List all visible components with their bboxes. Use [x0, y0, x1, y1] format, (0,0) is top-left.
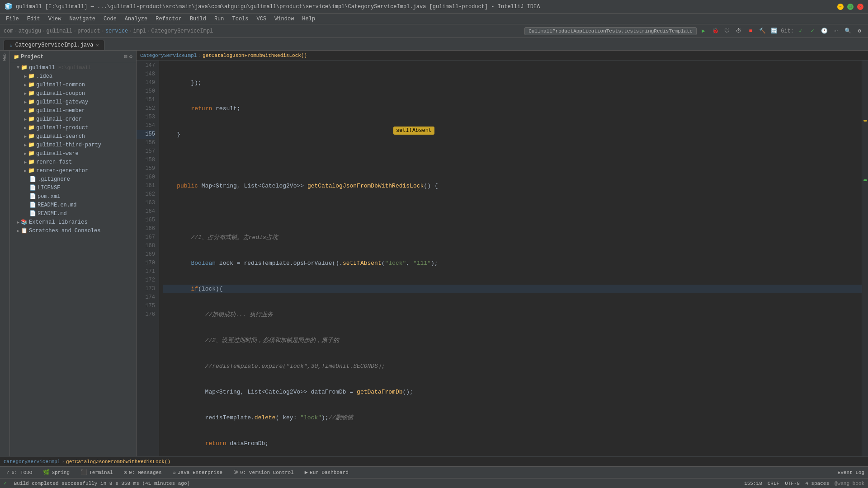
bottom-tab-run-dashboard[interactable]: ▶ Run Dashboard [302, 468, 351, 477]
bottom-tab-spring[interactable]: 🌿 Spring [40, 468, 72, 477]
menu-refactor[interactable]: Refactor [152, 15, 185, 23]
menu-run[interactable]: Run [211, 15, 228, 23]
item-label: gulimall [29, 65, 55, 71]
line-num-166: 166 [137, 225, 155, 233]
sidebar-item-renren-generator[interactable]: ▶ 📁 renren-generator [10, 166, 136, 175]
close-button[interactable]: ✕ [857, 4, 863, 10]
breadcrumb-com[interactable]: com [4, 28, 14, 34]
breadcrumb-atguigu[interactable]: atguigu [19, 28, 41, 34]
menu-analyze[interactable]: Analyze [121, 15, 151, 23]
menu-vcs[interactable]: VCS [253, 15, 270, 23]
run-config-selector[interactable]: GulimallProductApplicationTests.teststri… [524, 27, 697, 35]
sidebar-item-gulimall-order[interactable]: ▶ 📁 gulimall-order [10, 115, 136, 123]
menu-window[interactable]: Window [271, 15, 297, 23]
item-label: README.en.md [38, 202, 76, 208]
menu-navigate[interactable]: Navigate [66, 15, 99, 23]
menu-tools[interactable]: Tools [229, 15, 252, 23]
item-label: pom.xml [38, 193, 60, 200]
event-log-label[interactable]: Event Log [838, 470, 864, 475]
sidebar-item-license[interactable]: 📄 LICENSE [10, 183, 136, 192]
line-num-162: 162 [137, 190, 155, 199]
sidebar-item-gulimall-product[interactable]: ▶ 📁 gulimall-product [10, 123, 136, 132]
menu-build[interactable]: Build [186, 15, 210, 23]
breadcrumb-gulimall[interactable]: gulimall [46, 28, 72, 34]
profile-button[interactable]: ⏱ [734, 26, 744, 36]
expand-arrow: ▶ [24, 91, 27, 96]
line-num-171: 171 [137, 267, 155, 276]
encoding[interactable]: UTF-8 [785, 481, 800, 486]
sidebar-item-gulimall-coupon[interactable]: ▶ 📁 gulimall-coupon [10, 89, 136, 98]
title-bar-controls: − □ ✕ [837, 4, 863, 10]
breadcrumb-impl[interactable]: impl [133, 28, 146, 34]
indent[interactable]: 4 spaces [805, 481, 829, 486]
sidebar-item-gulimall-member[interactable]: ▶ 📁 gulimall-member [10, 106, 136, 115]
folder-icon: 📁 [28, 167, 35, 174]
sidebar-item-gulimall-common[interactable]: ▶ 📁 gulimall-common [10, 80, 136, 89]
menu-edit[interactable]: Edit [24, 15, 44, 23]
scroll-marker-current [863, 179, 867, 181]
sidebar-item-gulimall-third-party[interactable]: ▶ 📁 gulimall-third-party [10, 141, 136, 149]
sidebar-item-readme-en[interactable]: 📄 README.en.md [10, 201, 136, 209]
position[interactable]: 155:18 [744, 481, 762, 486]
right-scrollbar[interactable] [862, 61, 868, 456]
sidebar-item-gulimall-gateway[interactable]: ▶ 📁 gulimall-gateway [10, 98, 136, 106]
code-editor[interactable]: }); return result; } public Map<String, … [159, 61, 862, 456]
run-with-coverage[interactable]: 🛡 [722, 26, 732, 36]
sidebar-settings-btn[interactable]: ⚙ [129, 53, 132, 60]
bottom-tab-terminal[interactable]: ⬛ Terminal [78, 468, 116, 477]
bottom-tab-java-enterprise[interactable]: ☕ Java Enterprise [170, 468, 225, 477]
line-num-169: 169 [137, 250, 155, 259]
file-icon: 📄 [29, 176, 36, 183]
code-line-152 [163, 207, 862, 216]
folder-icon: 📁 [28, 150, 35, 157]
stop-button[interactable]: ■ [745, 26, 755, 36]
run-button[interactable]: ▶ [698, 26, 708, 36]
debug-button[interactable]: 🐞 [710, 26, 720, 36]
breadcrumb-service[interactable]: service [105, 28, 128, 34]
breadcrumb-product[interactable]: product [77, 28, 100, 34]
folder-icon: 📁 [28, 107, 35, 114]
line-num-154: 154 [137, 122, 155, 130]
build-button[interactable]: 🔨 [757, 26, 767, 36]
sidebar-item-idea[interactable]: ▶ 📁 .idea [10, 72, 136, 80]
sidebar-item-gulimall-ware[interactable]: ▶ 📁 gulimall-ware [10, 149, 136, 158]
folder-icon: 📁 [28, 116, 35, 122]
bottom-tab-bar: ✓ 6: TODO 🌿 Spring ⬛ Terminal ✉ 0: Messa… [0, 466, 868, 478]
sidebar-item-pom[interactable]: 📄 pom.xml [10, 192, 136, 201]
git-check[interactable]: ✓ [796, 26, 806, 36]
settings-button[interactable]: ⚙ [854, 26, 864, 36]
sync-button[interactable]: 🔄 [769, 26, 779, 36]
tab-close-button[interactable]: ✕ [96, 42, 99, 48]
search-everywhere[interactable]: 🔍 [843, 26, 853, 36]
menu-file[interactable]: File [2, 15, 23, 23]
line-num-150: 150 [137, 87, 155, 96]
sidebar-item-gulimall[interactable]: ▼ 📁 gulimall F:\gulimall [10, 63, 136, 72]
minimize-button[interactable]: − [837, 4, 844, 10]
sidebar-collapse-btn[interactable]: ⊟ [124, 53, 127, 60]
sidebar-item-scratches[interactable]: ▶ 📋 Scratches and Consoles [10, 226, 136, 235]
sidebar-item-renren-fast[interactable]: ▶ 📁 renren-fast [10, 158, 136, 166]
messages-label: 0: Messages [129, 470, 162, 475]
maximize-button[interactable]: □ [847, 4, 854, 10]
line-num-147: 147 [137, 61, 155, 70]
item-label: gulimall-search [36, 133, 85, 140]
bottom-tab-version-control[interactable]: ⑨ 9: Version Control [231, 468, 297, 477]
breadcrumb-categoryserviceimpl[interactable]: CategoryServiceImpl [151, 28, 213, 34]
bottom-tab-messages[interactable]: ✉ 0: Messages [121, 468, 165, 477]
sidebar-item-gulimall-search[interactable]: ▶ 📁 gulimall-search [10, 132, 136, 141]
menu-help[interactable]: Help [298, 15, 319, 23]
tab-categoryserviceimpl[interactable]: ☕ CategoryServiceImpl.java ✕ [4, 40, 104, 50]
line-sep[interactable]: CRLF [768, 481, 779, 486]
line-num-167: 167 [137, 233, 155, 242]
sidebar-item-external-libraries[interactable]: ▶ 📚 External Libraries [10, 218, 136, 226]
menu-code[interactable]: Code [100, 15, 120, 23]
menu-view[interactable]: View [45, 15, 65, 23]
sidebar-item-readme[interactable]: 📄 README.md [10, 209, 136, 218]
sidebar-item-gitignore[interactable]: 📄 .gitignore [10, 175, 136, 183]
bottom-tab-todo[interactable]: ✓ 6: TODO [4, 468, 35, 477]
git-clock[interactable]: 🕐 [819, 26, 829, 36]
line-num-148: 148 [137, 70, 155, 79]
left-strip-web[interactable]: Web [2, 51, 8, 63]
git-revert[interactable]: ↩ [831, 26, 841, 36]
git-checkmark2[interactable]: ✓ [807, 26, 817, 36]
